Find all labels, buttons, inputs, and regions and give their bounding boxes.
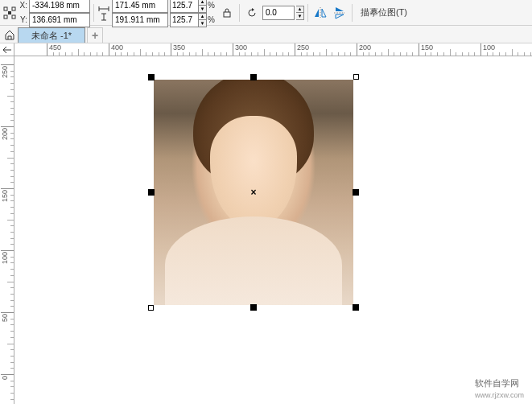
svg-rect-1: [12, 7, 15, 10]
mirror-horizontal-button[interactable]: [311, 4, 329, 22]
lock-ratio-button[interactable]: [218, 4, 236, 22]
handle-top-left[interactable]: [148, 74, 155, 80]
document-tabbar: 未命名 -1* +: [0, 26, 532, 43]
scale-y-input[interactable]: [170, 13, 199, 27]
svg-rect-0: [4, 7, 7, 10]
center-marker[interactable]: ×: [250, 187, 256, 198]
watermark-sub: www.rjzxw.com: [475, 391, 524, 399]
rotate-icon: [243, 4, 261, 22]
width-input[interactable]: [112, 0, 168, 13]
watermark: 软件自学网 www.rjzxw.com: [475, 377, 524, 399]
position-size-icon: [3, 6, 16, 19]
selected-bitmap-object[interactable]: ×: [148, 74, 359, 311]
scale-y-spinner[interactable]: ▲▼: [199, 13, 207, 27]
y-position-input[interactable]: [29, 13, 90, 27]
handle-bottom-right[interactable]: [353, 304, 359, 311]
canvas-area[interactable]: × 软件自学网 www.rjzxw.com: [14, 56, 532, 404]
x-position-input[interactable]: [29, 0, 90, 13]
size-icons: [97, 2, 110, 23]
scale-x-spinner[interactable]: ▲▼: [199, 0, 207, 13]
handle-middle-left[interactable]: [148, 189, 155, 196]
watermark-main: 软件自学网: [475, 377, 524, 390]
add-tab-button[interactable]: +: [87, 27, 103, 43]
svg-rect-4: [8, 11, 11, 14]
svg-rect-11: [224, 12, 230, 17]
property-toolbar: X: Y: ▲▼ % ▲▼ % ▲▼: [0, 0, 532, 26]
rotation-angle-input[interactable]: [262, 6, 295, 20]
height-input[interactable]: [112, 13, 168, 27]
handle-top-middle[interactable]: [250, 74, 257, 80]
percent-label: %: [208, 15, 215, 24]
svg-rect-3: [12, 15, 15, 19]
document-tab[interactable]: 未命名 -1*: [18, 27, 85, 43]
mirror-vertical-button[interactable]: [331, 4, 348, 22]
y-label: Y:: [18, 15, 27, 24]
scale-x-input[interactable]: [170, 0, 199, 13]
ruler-corner[interactable]: [0, 43, 14, 56]
svg-rect-2: [4, 15, 7, 19]
vertical-ruler[interactable]: 250200150100500: [0, 56, 14, 404]
percent-label: %: [208, 1, 215, 10]
home-icon[interactable]: [2, 26, 18, 43]
handle-top-right[interactable]: [353, 74, 359, 80]
handle-bottom-middle[interactable]: [250, 304, 257, 311]
horizontal-ruler[interactable]: 450400350300250200150100: [14, 43, 532, 56]
handle-bottom-left[interactable]: [148, 305, 154, 311]
handle-middle-right[interactable]: [353, 189, 359, 196]
angle-spinner[interactable]: ▲▼: [296, 6, 304, 20]
trace-bitmap-button[interactable]: 描摹位图(T): [356, 5, 412, 20]
x-label: X:: [18, 1, 27, 10]
